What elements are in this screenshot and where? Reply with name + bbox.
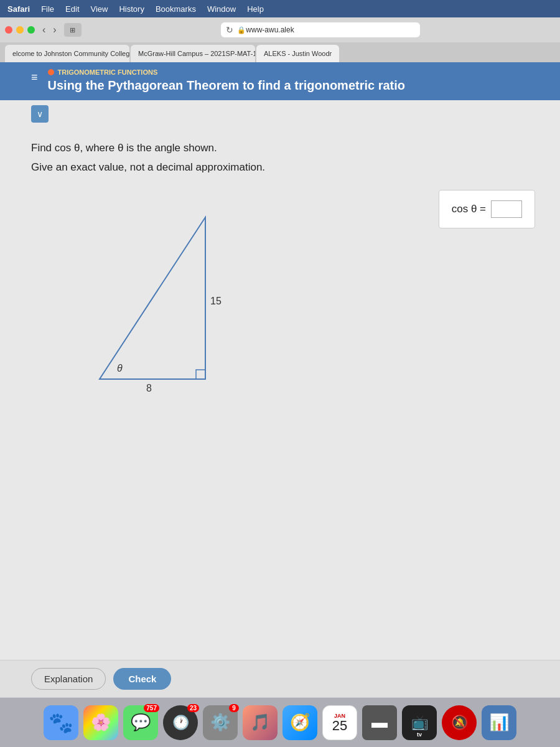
topic-category: TRIGONOMETRIC FUNCTIONS bbox=[48, 68, 406, 76]
menu-bookmarks[interactable]: Bookmarks bbox=[156, 4, 196, 14]
menu-file[interactable]: File bbox=[41, 4, 54, 14]
rectangle-icon: ▬ bbox=[371, 713, 388, 732]
clock-icon: 🕐 bbox=[172, 715, 189, 731]
svg-text:8: 8 bbox=[146, 383, 152, 393]
dock-appletv[interactable]: 📺 tv bbox=[402, 705, 437, 740]
reload-icon: ↻ bbox=[226, 25, 233, 35]
dock-stats[interactable]: 📊 bbox=[482, 705, 516, 740]
answer-label: cos θ = bbox=[452, 203, 486, 215]
settings-icon: ⚙️ bbox=[210, 713, 230, 732]
calendar-day: 25 bbox=[332, 719, 347, 733]
dock-music[interactable]: 🎵 bbox=[243, 705, 278, 740]
explanation-button[interactable]: Explanation bbox=[31, 668, 106, 690]
hamburger-menu[interactable]: ≡ bbox=[31, 71, 38, 84]
bottom-buttons: Explanation Check bbox=[0, 660, 560, 697]
svg-text:15: 15 bbox=[210, 296, 222, 306]
appletv-label: tv bbox=[417, 731, 422, 738]
answer-box: cos θ = bbox=[439, 190, 535, 228]
tab-strip: elcome to Johnston Community College McG… bbox=[0, 42, 560, 62]
menu-help[interactable]: Help bbox=[247, 4, 264, 14]
menu-bar: Safari File Edit View History Bookmarks … bbox=[0, 0, 560, 17]
messages-badge: 757 bbox=[144, 704, 159, 712]
tab-aleks[interactable]: ALEKS - Justin Woodr bbox=[256, 45, 339, 62]
dock-calendar[interactable]: JAN 25 bbox=[322, 705, 357, 740]
triangle-svg: θ 15 8 bbox=[81, 205, 243, 398]
browser-chrome: ‹ › ⊞ ↻ 🔒 www-awu.alek bbox=[0, 17, 560, 42]
page-content: ≡ TRIGONOMETRIC FUNCTIONS Using the Pyth… bbox=[0, 62, 560, 697]
dock-settings[interactable]: ⚙️ 9 bbox=[203, 705, 238, 740]
dock-photos[interactable]: 🌸 bbox=[83, 705, 118, 740]
topic-title: Using the Pythagorean Theorem to find a … bbox=[48, 78, 406, 93]
appletv-icon: 📺 bbox=[411, 715, 428, 731]
messages-icon: 💬 bbox=[131, 713, 151, 732]
tab-mcgrawhill[interactable]: McGraw-Hill Campus – 2021SP-MAT-172-I01 bbox=[131, 45, 255, 62]
settings-badge: 9 bbox=[229, 704, 239, 712]
lock-icon: 🔒 bbox=[237, 26, 246, 34]
dock-donotdisturb[interactable]: 🔕 bbox=[442, 705, 477, 740]
nav-buttons: ‹ › bbox=[40, 23, 59, 37]
dock-rectangle[interactable]: ▬ bbox=[362, 705, 397, 740]
dock-safari-like[interactable]: 🧭 bbox=[282, 705, 317, 740]
menu-safari[interactable]: Safari bbox=[7, 4, 30, 14]
stats-icon: 📊 bbox=[489, 713, 509, 732]
tab-overview-button[interactable]: ⊞ bbox=[64, 23, 82, 37]
close-button[interactable] bbox=[5, 26, 12, 34]
svg-marker-0 bbox=[100, 217, 205, 379]
browser-icon: 🧭 bbox=[290, 713, 310, 732]
menu-edit[interactable]: Edit bbox=[65, 4, 79, 14]
dock-messages[interactable]: 💬 757 bbox=[123, 705, 158, 740]
topic-banner: ≡ TRIGONOMETRIC FUNCTIONS Using the Pyth… bbox=[0, 62, 560, 100]
forward-button[interactable]: › bbox=[50, 23, 58, 37]
topic-text: TRIGONOMETRIC FUNCTIONS Using the Pythag… bbox=[48, 68, 406, 93]
tab-welcome-label: elcome to Johnston Community College bbox=[12, 50, 129, 57]
chevron-row: ∨ bbox=[0, 100, 560, 128]
problem-area: Find cos θ, where θ is the angle shown. … bbox=[0, 128, 560, 660]
tab-aleks-label: ALEKS - Justin Woodr bbox=[264, 50, 332, 57]
tab-welcome[interactable]: elcome to Johnston Community College bbox=[5, 45, 129, 62]
problem-line2: Give an exact value, not a decimal appro… bbox=[31, 161, 529, 174]
calendar-date: JAN 25 bbox=[332, 713, 347, 733]
menu-view[interactable]: View bbox=[91, 4, 108, 14]
svg-text:θ: θ bbox=[117, 363, 123, 374]
fullscreen-button[interactable] bbox=[27, 26, 35, 34]
answer-input[interactable] bbox=[491, 200, 522, 218]
tab-mcgrawhill-label: McGraw-Hill Campus – 2021SP-MAT-172-I01 bbox=[138, 50, 255, 57]
url-text: www-awu.alek bbox=[246, 26, 294, 34]
chevron-down-button[interactable]: ∨ bbox=[31, 105, 49, 123]
dock-clock[interactable]: 🕐 23 bbox=[163, 705, 198, 740]
check-button[interactable]: Check bbox=[113, 668, 171, 690]
photos-icon: 🌸 bbox=[91, 713, 111, 732]
clock-badge: 23 bbox=[187, 704, 199, 712]
menu-window[interactable]: Window bbox=[207, 4, 236, 14]
music-icon: 🎵 bbox=[250, 713, 270, 732]
topic-dot-icon bbox=[48, 69, 54, 75]
traffic-lights bbox=[5, 26, 35, 34]
back-button[interactable]: ‹ bbox=[40, 23, 48, 37]
menu-history[interactable]: History bbox=[119, 4, 144, 14]
donotdisturb-icon: 🔕 bbox=[451, 715, 468, 731]
triangle-diagram: θ 15 8 bbox=[81, 205, 243, 398]
dock: 🐾 🌸 💬 757 🕐 23 ⚙️ 9 🎵 🧭 JAN 25 ▬ 📺 tv 🔕 … bbox=[0, 697, 560, 747]
minimize-button[interactable] bbox=[16, 26, 24, 34]
address-bar[interactable]: ↻ 🔒 www-awu.alek bbox=[221, 22, 420, 37]
problem-line1: Find cos θ, where θ is the angle shown. bbox=[31, 140, 529, 156]
dock-finder[interactable]: 🐾 bbox=[44, 705, 78, 740]
finder-icon: 🐾 bbox=[49, 711, 73, 735]
